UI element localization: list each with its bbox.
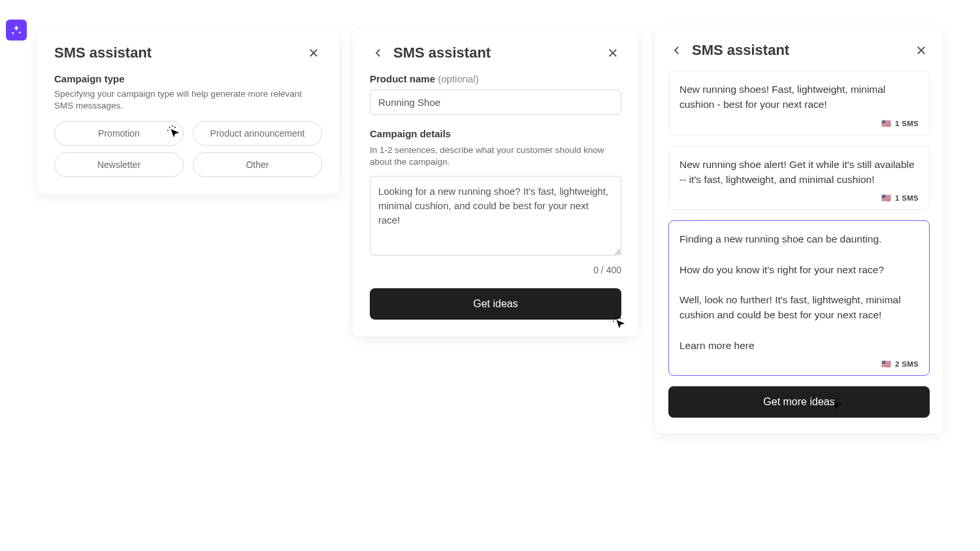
ideas-list: New running shoes! Fast, lightweight, mi… — [668, 71, 930, 376]
app-badge[interactable] — [6, 20, 27, 41]
option-newsletter[interactable]: Newsletter — [54, 152, 184, 177]
idea-card[interactable]: New running shoes! Fast, lightweight, mi… — [668, 71, 930, 135]
option-promotion[interactable]: Promotion — [54, 121, 184, 146]
panel3-title: SMS assistant — [692, 42, 906, 59]
get-more-ideas-button[interactable]: Get more ideas — [668, 386, 930, 418]
flag-icon: 🇺🇸 — [881, 193, 891, 203]
flag-icon: 🇺🇸 — [881, 359, 891, 369]
option-product-announcement[interactable]: Product announcement — [193, 121, 322, 146]
sparkle-icon — [10, 24, 22, 36]
product-name-optional: (optional) — [438, 73, 479, 84]
campaign-details-textarea[interactable] — [370, 176, 621, 256]
close-button[interactable] — [913, 42, 930, 59]
back-button[interactable] — [668, 42, 685, 59]
back-button[interactable] — [370, 44, 387, 61]
panel3-header: SMS assistant — [668, 42, 930, 59]
campaign-type-heading: Campaign type — [54, 73, 322, 84]
panel2-header: SMS assistant — [370, 44, 621, 61]
close-icon — [607, 47, 619, 59]
panel-campaign-details: SMS assistant Product name (optional) Ca… — [353, 30, 638, 337]
close-button[interactable] — [305, 44, 322, 61]
idea-text: New running shoe alert! Get it while it'… — [679, 157, 919, 188]
idea-footer: 🇺🇸1 SMS — [679, 193, 919, 203]
product-name-input[interactable] — [370, 90, 621, 115]
idea-card[interactable]: Finding a new running shoe can be daunti… — [668, 220, 930, 376]
close-icon — [915, 44, 927, 56]
panel-campaign-type: SMS assistant Campaign type Specifying y… — [37, 30, 339, 194]
idea-footer: 🇺🇸2 SMS — [679, 359, 919, 369]
panel1-header: SMS assistant — [54, 44, 322, 61]
flag-icon: 🇺🇸 — [881, 119, 891, 128]
product-name-label: Product name (optional) — [370, 73, 621, 84]
sms-count: 1 SMS — [895, 194, 919, 202]
idea-text: Finding a new running shoe can be daunti… — [679, 231, 919, 353]
close-icon — [308, 47, 319, 59]
panel2-title: SMS assistant — [393, 44, 598, 61]
char-count: 0 / 400 — [370, 265, 621, 275]
campaign-type-options: Promotion Product announcement Newslette… — [54, 121, 322, 177]
close-button[interactable] — [604, 44, 621, 61]
panel-ideas: SMS assistant New running shoes! Fast, l… — [655, 29, 943, 433]
sms-count: 1 SMS — [895, 120, 919, 127]
chevron-left-icon — [671, 44, 683, 56]
sms-count: 2 SMS — [895, 360, 919, 368]
panel1-title: SMS assistant — [54, 44, 299, 61]
idea-text: New running shoes! Fast, lightweight, mi… — [679, 82, 919, 112]
chevron-left-icon — [372, 47, 384, 59]
get-ideas-button[interactable]: Get ideas — [370, 288, 621, 320]
option-other[interactable]: Other — [193, 152, 322, 177]
campaign-details-label: Campaign details — [370, 128, 621, 139]
idea-card[interactable]: New running shoe alert! Get it while it'… — [668, 146, 930, 210]
product-name-label-text: Product name — [370, 73, 435, 84]
idea-footer: 🇺🇸1 SMS — [679, 119, 919, 128]
campaign-type-desc: Specifying your campaign type will help … — [54, 88, 322, 112]
campaign-details-desc: In 1-2 sentences, describe what your cus… — [370, 144, 621, 168]
